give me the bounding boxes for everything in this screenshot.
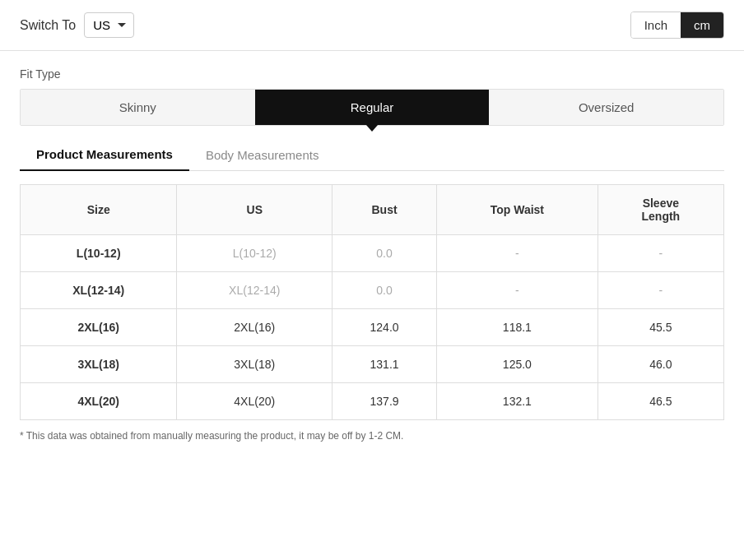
cell-top-waist: 132.1 — [437, 383, 598, 420]
tab-skinny[interactable]: Skinny — [21, 90, 255, 125]
unit-toggle: Inch cm — [630, 12, 724, 39]
tab-oversized[interactable]: Oversized — [489, 90, 723, 125]
cell-sleeve-length: 46.0 — [598, 346, 723, 383]
cell-us: 2XL(16) — [177, 309, 332, 346]
cell-bust: 0.0 — [332, 272, 437, 309]
fit-type-label: Fit Type — [20, 67, 724, 81]
cell-size: XL(12-14) — [21, 272, 177, 309]
cell-sleeve-length: 46.5 — [598, 383, 723, 420]
col-header-sleeve-length: SleeveLength — [598, 185, 723, 235]
switch-to-group: Switch To US EU UK — [20, 12, 134, 38]
inch-button[interactable]: Inch — [631, 12, 681, 38]
cell-top-waist: - — [437, 272, 598, 309]
cell-top-waist: 118.1 — [437, 309, 598, 346]
cell-sleeve-length: 45.5 — [598, 309, 723, 346]
main-content: Fit Type Skinny Regular Oversized Produc… — [0, 51, 744, 458]
cell-bust: 0.0 — [332, 235, 437, 272]
cell-size: 2XL(16) — [21, 309, 177, 346]
switch-to-label: Switch To — [20, 18, 76, 33]
cell-us: 3XL(18) — [177, 346, 332, 383]
col-header-top-waist: Top Waist — [437, 185, 598, 235]
cell-us: L(10-12) — [177, 235, 332, 272]
table-row: 4XL(20) 4XL(20) 137.9 132.1 46.5 — [21, 383, 724, 420]
cell-sleeve-length: - — [598, 235, 723, 272]
size-table: Size US Bust Top Waist SleeveLength L(10… — [20, 184, 724, 420]
cell-size: 3XL(18) — [21, 346, 177, 383]
fit-type-tabs: Skinny Regular Oversized — [20, 89, 724, 126]
cell-bust: 131.1 — [332, 346, 437, 383]
cell-us: 4XL(20) — [177, 383, 332, 420]
cell-top-waist: 125.0 — [437, 346, 598, 383]
cell-us: XL(12-14) — [177, 272, 332, 309]
cell-top-waist: - — [437, 235, 598, 272]
tab-body-measurements[interactable]: Body Measurements — [189, 139, 336, 170]
cell-size: 4XL(20) — [21, 383, 177, 420]
table-row: 3XL(18) 3XL(18) 131.1 125.0 46.0 — [21, 346, 724, 383]
cell-bust: 137.9 — [332, 383, 437, 420]
col-header-size: Size — [21, 185, 177, 235]
cell-size: L(10-12) — [21, 235, 177, 272]
top-bar: Switch To US EU UK Inch cm — [0, 0, 744, 51]
table-row: 2XL(16) 2XL(16) 124.0 118.1 45.5 — [21, 309, 724, 346]
footnote: * This data was obtained from manually m… — [20, 430, 724, 442]
cell-sleeve-length: - — [598, 272, 723, 309]
measurement-tabs: Product Measurements Body Measurements — [20, 139, 724, 171]
cell-bust: 124.0 — [332, 309, 437, 346]
cm-button[interactable]: cm — [681, 12, 723, 38]
unit-select[interactable]: US EU UK — [84, 12, 134, 38]
table-header-row: Size US Bust Top Waist SleeveLength — [21, 185, 724, 235]
table-row: L(10-12) L(10-12) 0.0 - - — [21, 235, 724, 272]
table-row: XL(12-14) XL(12-14) 0.0 - - — [21, 272, 724, 309]
col-header-bust: Bust — [332, 185, 437, 235]
col-header-us: US — [177, 185, 332, 235]
tab-product-measurements[interactable]: Product Measurements — [20, 139, 189, 171]
tab-regular[interactable]: Regular — [255, 90, 490, 125]
